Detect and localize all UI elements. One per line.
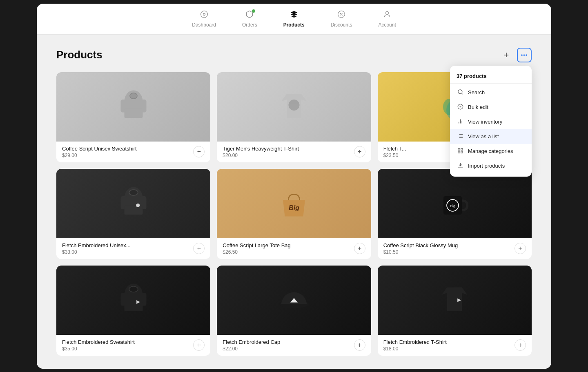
- product-info-9: Fletch Embroidered T-Shirt $18.00 +: [378, 335, 532, 356]
- nav-item-account[interactable]: Account: [375, 9, 399, 29]
- svg-rect-19: [461, 148, 462, 150]
- nav-discounts-label: Discounts: [331, 22, 352, 28]
- product-add-btn-9[interactable]: +: [514, 339, 526, 351]
- svg-point-1: [203, 13, 205, 15]
- nav-item-discounts[interactable]: Discounts: [327, 9, 356, 29]
- product-info-6: Coffee Script Black Glossy Mug $10.50 +: [378, 238, 532, 259]
- product-name-5: Coffee Script Large Tote Bag: [223, 242, 290, 248]
- svg-point-46: [129, 286, 138, 292]
- dropdown-menu: 37 products Search Bulk edi: [450, 66, 532, 177]
- product-text-5: Coffee Script Large Tote Bag $26.50: [223, 242, 290, 255]
- product-text-1: Coffee Script Unisex Sweatshirt $29.00: [62, 146, 137, 158]
- product-card-7[interactable]: Fletch Embroidered Sweatshirt $35.00 +: [56, 266, 210, 356]
- page-title: Products: [56, 49, 102, 61]
- dropdown-header: 37 products: [450, 69, 532, 84]
- products-icon: [290, 10, 298, 20]
- content-area: Products + ••• 37 products Search: [37, 35, 551, 369]
- dropdown-search[interactable]: Search: [450, 85, 532, 100]
- product-name-1: Coffee Script Unisex Sweatshirt: [62, 146, 137, 152]
- product-card-8[interactable]: Fletch Embroidered Cap $22.00 +: [217, 266, 371, 356]
- dropdown-manage-categories-label: Manage categories: [468, 148, 513, 154]
- nav-item-dashboard[interactable]: Dashboard: [189, 9, 219, 29]
- product-add-btn-2[interactable]: +: [354, 146, 365, 157]
- product-card-6[interactable]: Big Coffee Script Black Glossy Mug $10.5…: [378, 169, 532, 259]
- product-name-4: Fletch Embroidered Unisex...: [62, 242, 131, 248]
- dropdown-manage-categories[interactable]: Manage categories: [450, 144, 532, 159]
- product-info-8: Fletch Embroidered Cap $22.00 +: [217, 335, 371, 356]
- product-image-7: [56, 266, 210, 335]
- svg-point-0: [200, 11, 207, 18]
- add-product-button[interactable]: +: [499, 48, 514, 62]
- product-info-4: Fletch Embroidered Unisex... $33.00 +: [56, 238, 210, 259]
- product-price-3: $23.50: [383, 153, 406, 158]
- product-info-7: Fletch Embroidered Sweatshirt $35.00 +: [56, 335, 210, 356]
- svg-rect-18: [458, 148, 459, 150]
- svg-point-6: [386, 11, 389, 14]
- product-add-btn-1[interactable]: +: [193, 146, 205, 157]
- svg-point-5: [342, 15, 343, 15]
- product-price-8: $22.00: [223, 346, 280, 352]
- dropdown-search-label: Search: [468, 89, 485, 95]
- product-name-7: Fletch Embroidered Sweatshirt: [62, 339, 135, 345]
- product-price-2: $20.00: [223, 153, 299, 158]
- product-name-3: Fletch T...: [383, 146, 406, 152]
- list-icon: [457, 133, 464, 140]
- product-name-8: Fletch Embroidered Cap: [223, 339, 280, 345]
- account-icon: [383, 10, 391, 20]
- product-image-5: Big: [217, 169, 371, 238]
- product-add-btn-8[interactable]: +: [354, 339, 365, 351]
- svg-text:Big: Big: [289, 204, 299, 211]
- discounts-icon: [337, 10, 345, 20]
- nav-item-orders[interactable]: Orders: [239, 9, 261, 29]
- product-image-8: [217, 266, 371, 335]
- svg-point-7: [458, 89, 462, 93]
- product-add-btn-7[interactable]: +: [193, 339, 205, 351]
- product-card-4[interactable]: Fletch Embroidered Unisex... $33.00 +: [56, 169, 210, 259]
- svg-point-28: [288, 100, 299, 111]
- svg-rect-21: [461, 151, 462, 153]
- product-info-5: Coffee Script Large Tote Bag $26.50 +: [217, 238, 371, 259]
- product-image-1: [56, 72, 210, 142]
- categories-icon: [457, 148, 464, 155]
- browser-frame: Dashboard Orders Products: [37, 4, 551, 369]
- svg-point-4: [341, 13, 341, 13]
- product-text-6: Coffee Script Black Glossy Mug $10.50: [383, 242, 458, 255]
- import-icon: [457, 162, 464, 170]
- dropdown-view-as-list[interactable]: View as a list: [450, 129, 532, 144]
- product-price-9: $18.00: [383, 346, 447, 352]
- product-price-1: $29.00: [62, 153, 137, 158]
- product-price-5: $26.50: [223, 249, 290, 255]
- svg-rect-20: [458, 151, 459, 153]
- product-name-6: Coffee Script Black Glossy Mug: [383, 242, 458, 248]
- product-add-btn-5[interactable]: +: [354, 243, 365, 254]
- more-options-button[interactable]: •••: [517, 48, 532, 62]
- top-nav: Dashboard Orders Products: [37, 4, 551, 35]
- product-image-2: [217, 72, 371, 142]
- product-add-btn-4[interactable]: +: [193, 243, 205, 254]
- header-actions: + •••: [499, 48, 532, 62]
- svg-rect-45: [124, 302, 143, 311]
- nav-products-label: Products: [283, 22, 305, 28]
- dropdown-import-products-label: Import products: [468, 163, 505, 169]
- product-price-7: $35.00: [62, 346, 135, 352]
- svg-rect-35: [124, 205, 143, 215]
- product-price-6: $10.50: [383, 249, 458, 255]
- product-card-1[interactable]: Coffee Script Unisex Sweatshirt $29.00 +: [56, 72, 210, 162]
- nav-account-label: Account: [378, 22, 396, 28]
- page-header: Products + ••• 37 products Search: [56, 48, 532, 62]
- dropdown-bulk-edit[interactable]: Bulk edit: [450, 100, 532, 115]
- product-price-4: $33.00: [62, 249, 131, 255]
- dropdown-view-inventory[interactable]: View inventory: [450, 115, 532, 129]
- dropdown-import-products[interactable]: Import products: [450, 159, 532, 173]
- product-add-btn-6[interactable]: +: [514, 243, 526, 254]
- search-icon: [457, 89, 464, 96]
- product-text-4: Fletch Embroidered Unisex... $33.00: [62, 242, 131, 255]
- product-text-2: Tiger Men's Heavyweight T-Shirt $20.00: [223, 146, 299, 158]
- nav-orders-label: Orders: [242, 22, 257, 28]
- product-image-6: Big: [378, 169, 532, 238]
- nav-item-products[interactable]: Products: [280, 9, 308, 29]
- product-card-9[interactable]: Fletch Embroidered T-Shirt $18.00 +: [378, 266, 532, 356]
- product-card-5[interactable]: Big Coffee Script Large Tote Bag $26.50 …: [217, 169, 371, 259]
- dashboard-icon: [200, 10, 208, 20]
- product-card-2[interactable]: Tiger Men's Heavyweight T-Shirt $20.00 +: [217, 72, 371, 162]
